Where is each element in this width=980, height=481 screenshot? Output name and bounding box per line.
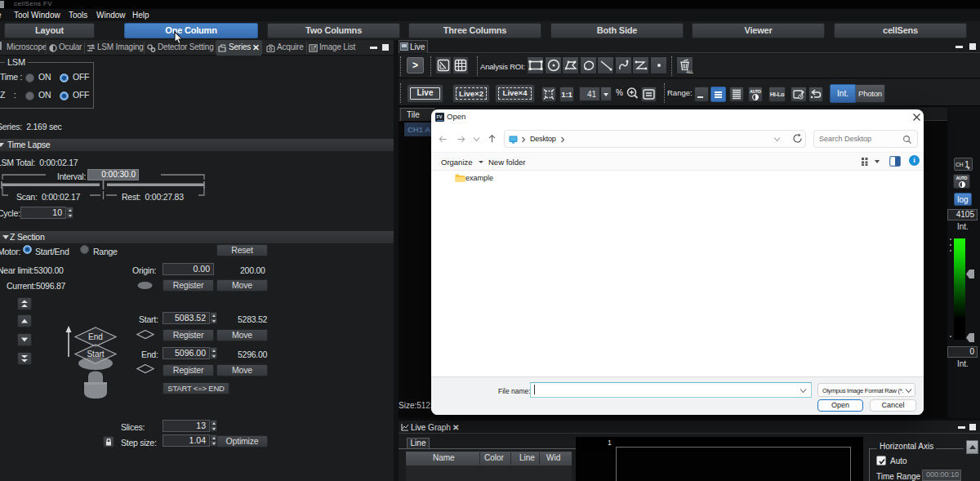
svg-text:Start: Start	[87, 350, 104, 359]
svg-text:End: End	[88, 332, 103, 341]
svg-text:ALL: ALL	[687, 70, 694, 74]
